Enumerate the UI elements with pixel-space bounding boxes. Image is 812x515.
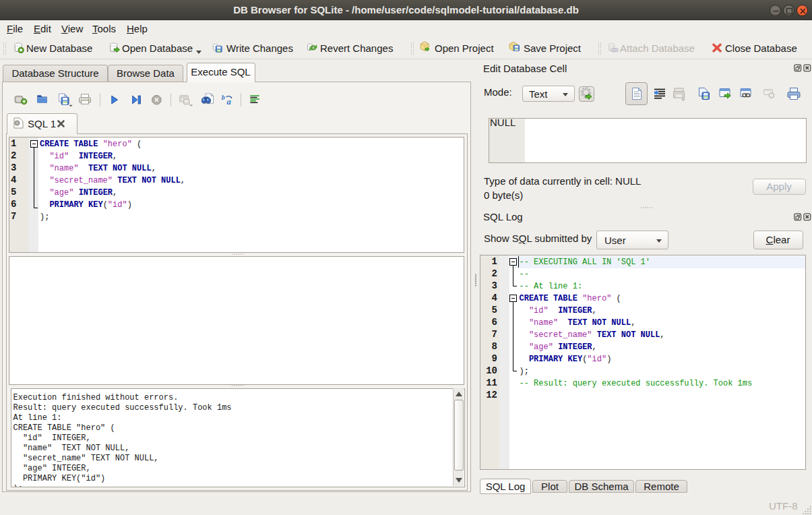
svg-text:a: a — [226, 97, 231, 107]
svg-text:b: b — [222, 94, 225, 101]
